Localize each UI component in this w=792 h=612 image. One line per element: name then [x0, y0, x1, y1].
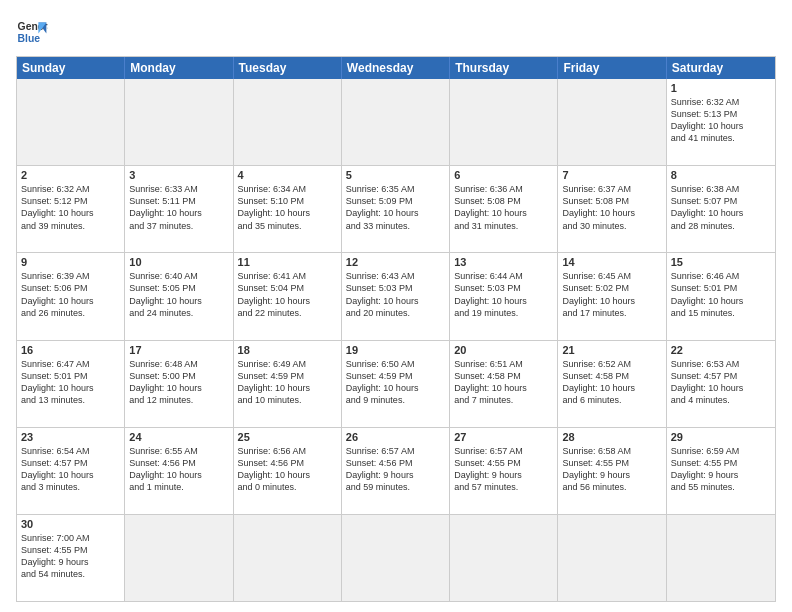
empty-cell: [17, 79, 125, 165]
calendar-row: 1Sunrise: 6:32 AM Sunset: 5:13 PM Daylig…: [17, 79, 775, 165]
day-number: 22: [671, 344, 771, 356]
day-cell: 16Sunrise: 6:47 AM Sunset: 5:01 PM Dayli…: [17, 341, 125, 427]
day-number: 16: [21, 344, 120, 356]
day-cell: 27Sunrise: 6:57 AM Sunset: 4:55 PM Dayli…: [450, 428, 558, 514]
day-number: 28: [562, 431, 661, 443]
day-info: Sunrise: 6:35 AM Sunset: 5:09 PM Dayligh…: [346, 183, 445, 232]
weekday-header: Monday: [125, 57, 233, 79]
day-number: 4: [238, 169, 337, 181]
empty-cell: [234, 79, 342, 165]
empty-cell: [667, 515, 775, 601]
day-info: Sunrise: 6:37 AM Sunset: 5:08 PM Dayligh…: [562, 183, 661, 232]
weekday-header: Saturday: [667, 57, 775, 79]
day-info: Sunrise: 6:48 AM Sunset: 5:00 PM Dayligh…: [129, 358, 228, 407]
day-number: 23: [21, 431, 120, 443]
empty-cell: [342, 515, 450, 601]
day-cell: 13Sunrise: 6:44 AM Sunset: 5:03 PM Dayli…: [450, 253, 558, 339]
calendar-row: 2Sunrise: 6:32 AM Sunset: 5:12 PM Daylig…: [17, 165, 775, 252]
day-number: 13: [454, 256, 553, 268]
day-info: Sunrise: 6:56 AM Sunset: 4:56 PM Dayligh…: [238, 445, 337, 494]
calendar-body: 1Sunrise: 6:32 AM Sunset: 5:13 PM Daylig…: [17, 79, 775, 601]
day-cell: 23Sunrise: 6:54 AM Sunset: 4:57 PM Dayli…: [17, 428, 125, 514]
day-cell: 12Sunrise: 6:43 AM Sunset: 5:03 PM Dayli…: [342, 253, 450, 339]
logo-icon: General Blue: [16, 16, 48, 48]
day-number: 12: [346, 256, 445, 268]
day-cell: 14Sunrise: 6:45 AM Sunset: 5:02 PM Dayli…: [558, 253, 666, 339]
day-number: 24: [129, 431, 228, 443]
day-cell: 18Sunrise: 6:49 AM Sunset: 4:59 PM Dayli…: [234, 341, 342, 427]
calendar-row: 9Sunrise: 6:39 AM Sunset: 5:06 PM Daylig…: [17, 252, 775, 339]
day-cell: 8Sunrise: 6:38 AM Sunset: 5:07 PM Daylig…: [667, 166, 775, 252]
day-number: 1: [671, 82, 771, 94]
day-number: 8: [671, 169, 771, 181]
weekday-header: Friday: [558, 57, 666, 79]
day-info: Sunrise: 6:57 AM Sunset: 4:56 PM Dayligh…: [346, 445, 445, 494]
empty-cell: [125, 79, 233, 165]
calendar: SundayMondayTuesdayWednesdayThursdayFrid…: [16, 56, 776, 602]
day-cell: 4Sunrise: 6:34 AM Sunset: 5:10 PM Daylig…: [234, 166, 342, 252]
day-cell: 2Sunrise: 6:32 AM Sunset: 5:12 PM Daylig…: [17, 166, 125, 252]
day-cell: 25Sunrise: 6:56 AM Sunset: 4:56 PM Dayli…: [234, 428, 342, 514]
day-number: 25: [238, 431, 337, 443]
day-info: Sunrise: 6:51 AM Sunset: 4:58 PM Dayligh…: [454, 358, 553, 407]
day-info: Sunrise: 6:49 AM Sunset: 4:59 PM Dayligh…: [238, 358, 337, 407]
day-cell: 6Sunrise: 6:36 AM Sunset: 5:08 PM Daylig…: [450, 166, 558, 252]
day-cell: 28Sunrise: 6:58 AM Sunset: 4:55 PM Dayli…: [558, 428, 666, 514]
day-cell: 24Sunrise: 6:55 AM Sunset: 4:56 PM Dayli…: [125, 428, 233, 514]
weekday-header: Thursday: [450, 57, 558, 79]
header: General Blue: [16, 16, 776, 48]
page: General Blue SundayMondayTuesdayWednesda…: [0, 0, 792, 612]
day-cell: 17Sunrise: 6:48 AM Sunset: 5:00 PM Dayli…: [125, 341, 233, 427]
day-cell: 5Sunrise: 6:35 AM Sunset: 5:09 PM Daylig…: [342, 166, 450, 252]
day-info: Sunrise: 6:55 AM Sunset: 4:56 PM Dayligh…: [129, 445, 228, 494]
day-number: 5: [346, 169, 445, 181]
weekday-header: Sunday: [17, 57, 125, 79]
calendar-row: 16Sunrise: 6:47 AM Sunset: 5:01 PM Dayli…: [17, 340, 775, 427]
day-info: Sunrise: 6:32 AM Sunset: 5:12 PM Dayligh…: [21, 183, 120, 232]
day-info: Sunrise: 6:50 AM Sunset: 4:59 PM Dayligh…: [346, 358, 445, 407]
empty-cell: [342, 79, 450, 165]
day-number: 20: [454, 344, 553, 356]
day-cell: 9Sunrise: 6:39 AM Sunset: 5:06 PM Daylig…: [17, 253, 125, 339]
day-cell: 15Sunrise: 6:46 AM Sunset: 5:01 PM Dayli…: [667, 253, 775, 339]
day-info: Sunrise: 6:38 AM Sunset: 5:07 PM Dayligh…: [671, 183, 771, 232]
day-number: 18: [238, 344, 337, 356]
logo: General Blue: [16, 16, 48, 48]
day-info: Sunrise: 6:32 AM Sunset: 5:13 PM Dayligh…: [671, 96, 771, 145]
weekday-header: Wednesday: [342, 57, 450, 79]
day-number: 14: [562, 256, 661, 268]
day-cell: 26Sunrise: 6:57 AM Sunset: 4:56 PM Dayli…: [342, 428, 450, 514]
day-number: 2: [21, 169, 120, 181]
day-cell: 3Sunrise: 6:33 AM Sunset: 5:11 PM Daylig…: [125, 166, 233, 252]
day-cell: 11Sunrise: 6:41 AM Sunset: 5:04 PM Dayli…: [234, 253, 342, 339]
empty-cell: [558, 79, 666, 165]
day-number: 6: [454, 169, 553, 181]
day-info: Sunrise: 6:43 AM Sunset: 5:03 PM Dayligh…: [346, 270, 445, 319]
day-cell: 7Sunrise: 6:37 AM Sunset: 5:08 PM Daylig…: [558, 166, 666, 252]
day-info: Sunrise: 6:53 AM Sunset: 4:57 PM Dayligh…: [671, 358, 771, 407]
day-number: 19: [346, 344, 445, 356]
empty-cell: [450, 515, 558, 601]
empty-cell: [558, 515, 666, 601]
day-number: 10: [129, 256, 228, 268]
svg-text:Blue: Blue: [18, 33, 41, 44]
day-info: Sunrise: 6:34 AM Sunset: 5:10 PM Dayligh…: [238, 183, 337, 232]
day-info: Sunrise: 6:33 AM Sunset: 5:11 PM Dayligh…: [129, 183, 228, 232]
day-number: 17: [129, 344, 228, 356]
day-cell: 22Sunrise: 6:53 AM Sunset: 4:57 PM Dayli…: [667, 341, 775, 427]
day-number: 7: [562, 169, 661, 181]
day-info: Sunrise: 6:44 AM Sunset: 5:03 PM Dayligh…: [454, 270, 553, 319]
day-info: Sunrise: 6:54 AM Sunset: 4:57 PM Dayligh…: [21, 445, 120, 494]
day-cell: 21Sunrise: 6:52 AM Sunset: 4:58 PM Dayli…: [558, 341, 666, 427]
day-info: Sunrise: 7:00 AM Sunset: 4:55 PM Dayligh…: [21, 532, 120, 581]
day-info: Sunrise: 6:58 AM Sunset: 4:55 PM Dayligh…: [562, 445, 661, 494]
day-info: Sunrise: 6:36 AM Sunset: 5:08 PM Dayligh…: [454, 183, 553, 232]
day-info: Sunrise: 6:57 AM Sunset: 4:55 PM Dayligh…: [454, 445, 553, 494]
empty-cell: [450, 79, 558, 165]
day-cell: 30Sunrise: 7:00 AM Sunset: 4:55 PM Dayli…: [17, 515, 125, 601]
day-info: Sunrise: 6:39 AM Sunset: 5:06 PM Dayligh…: [21, 270, 120, 319]
day-info: Sunrise: 6:47 AM Sunset: 5:01 PM Dayligh…: [21, 358, 120, 407]
day-number: 3: [129, 169, 228, 181]
calendar-row: 23Sunrise: 6:54 AM Sunset: 4:57 PM Dayli…: [17, 427, 775, 514]
day-number: 27: [454, 431, 553, 443]
